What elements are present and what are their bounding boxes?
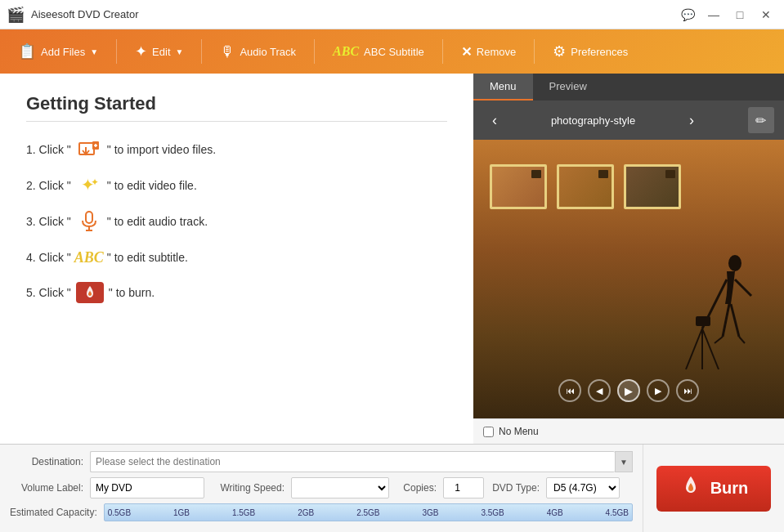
- copies-label: Copies:: [396, 482, 437, 494]
- content-row: Getting Started 1. Click ": [0, 74, 784, 444]
- cap-3.5gb: 3.5GB: [481, 508, 504, 517]
- app-wrapper: 🎬 Aiseesoft DVD Creator 💬 — □ ✕ 📋 Add Fi…: [0, 0, 784, 532]
- remove-icon: ✕: [461, 44, 472, 60]
- writing-speed-select[interactable]: [291, 477, 389, 498]
- edit-button[interactable]: ✦ Edit ▼: [127, 38, 191, 65]
- rewind-button[interactable]: ◀: [588, 379, 611, 402]
- volume-label: Volume Label:: [10, 482, 83, 494]
- step-4-num: 4. Click ": [26, 249, 71, 266]
- audio-icon: 🎙: [220, 43, 235, 60]
- step-2-num: 2. Click ": [26, 177, 71, 194]
- step-1-num: 1. Click ": [26, 141, 71, 159]
- svg-text:✦: ✦: [91, 177, 99, 188]
- volume-row: Volume Label: Writing Speed: Copies: DVD…: [10, 477, 633, 498]
- style-label: photography-style: [551, 114, 635, 127]
- audio-track-button[interactable]: 🎙 Audio Track: [212, 38, 304, 65]
- import-icon: [76, 138, 102, 161]
- title-bar-controls: 💬 — □ ✕: [676, 5, 777, 25]
- toolbar-divider-1: [116, 39, 117, 64]
- remove-button[interactable]: ✕ Remove: [453, 39, 524, 65]
- subtitle-button[interactable]: ABC ABC Subtitle: [325, 39, 432, 64]
- step-3-num: 3. Click ": [26, 213, 71, 230]
- step-2: 2. Click " ✦ ✦ " to edit video file.: [26, 174, 447, 197]
- fast-forward-button[interactable]: ▶: [647, 379, 670, 402]
- skip-back-button[interactable]: ⏮: [558, 379, 581, 402]
- cap-4.5gb: 4.5GB: [606, 508, 629, 517]
- toolbar: 📋 Add Files ▼ ✦ Edit ▼ 🎙 Audio Track ABC…: [0, 29, 784, 74]
- skip-forward-button[interactable]: ⏭: [676, 379, 699, 402]
- dvd-type-label: DVD Type:: [491, 482, 540, 494]
- burn-label: Burn: [710, 479, 749, 498]
- tab-preview[interactable]: Preview: [533, 74, 603, 101]
- destination-wrapper: ▼: [90, 451, 633, 472]
- add-files-label: Add Files: [41, 46, 85, 58]
- remove-label: Remove: [477, 46, 516, 58]
- play-button[interactable]: ▶: [617, 379, 640, 402]
- right-panel: Menu Preview ‹ photography-style › ✏: [473, 74, 784, 444]
- burn-button[interactable]: Burn: [656, 466, 771, 512]
- close-button[interactable]: ✕: [755, 5, 777, 25]
- step-5-text: " to burn.: [109, 284, 155, 302]
- burn-section: Burn: [643, 445, 784, 532]
- panel-tabs: Menu Preview: [473, 74, 784, 101]
- cap-2gb: 2GB: [298, 508, 314, 517]
- step-3: 3. Click " " to edit audio track.: [26, 210, 447, 233]
- thumb-1: [490, 164, 547, 209]
- app-title: Aiseesoft DVD Creator: [31, 8, 676, 20]
- svg-line-12: [686, 329, 702, 369]
- left-area: Getting Started 1. Click ": [0, 74, 473, 444]
- cap-3gb: 3GB: [422, 508, 438, 517]
- step-1-text: " to import video files.: [107, 141, 216, 159]
- step-4: 4. Click " ABC " to edit subtitle.: [26, 246, 447, 269]
- tab-menu[interactable]: Menu: [473, 74, 533, 101]
- volume-input[interactable]: [90, 477, 204, 498]
- destination-input[interactable]: [90, 451, 615, 472]
- destination-row: Destination: ▼: [10, 451, 633, 472]
- step-3-text: " to edit audio track.: [107, 213, 208, 230]
- destination-dropdown-arrow-icon[interactable]: ▼: [615, 451, 633, 472]
- add-files-icon: 📋: [18, 42, 36, 60]
- edit-icon: ✦: [135, 42, 147, 60]
- edit-stars-icon: ✦ ✦: [76, 174, 102, 197]
- maximize-button[interactable]: □: [728, 5, 751, 25]
- burn-inline-icon: [76, 282, 104, 303]
- cap-4gb: 4GB: [547, 508, 563, 517]
- toolbar-divider-2: [201, 39, 202, 64]
- photographer-silhouette: [678, 214, 776, 378]
- minimize-button[interactable]: —: [702, 5, 725, 25]
- add-files-button[interactable]: 📋 Add Files ▼: [10, 38, 106, 65]
- add-files-arrow-icon: ▼: [90, 47, 98, 56]
- bottom-section: Destination: ▼ Volume Label: Writing Spe…: [0, 444, 784, 532]
- svg-point-10: [728, 255, 741, 271]
- preferences-button[interactable]: ⚙ Preferences: [544, 38, 636, 65]
- preview-area: ⏮ ◀ ▶ ▶ ⏭: [473, 140, 784, 418]
- writing-speed-label: Writing Speed:: [211, 482, 284, 494]
- preview-thumbnails: [490, 164, 681, 209]
- destination-label: Destination:: [10, 456, 83, 467]
- prev-style-button[interactable]: ‹: [483, 109, 506, 132]
- getting-started-title: Getting Started: [26, 93, 447, 122]
- subtitle-abc-icon: ABC: [76, 246, 102, 269]
- copies-input[interactable]: [443, 477, 484, 498]
- preview-background: ⏮ ◀ ▶ ▶ ⏭: [473, 140, 784, 418]
- getting-started-panel: Getting Started 1. Click ": [0, 74, 473, 444]
- svg-rect-7: [86, 212, 92, 223]
- step-1: 1. Click " " to import video f: [26, 138, 447, 161]
- svg-line-20: [739, 337, 745, 343]
- thumb-3: [624, 164, 681, 209]
- edit-style-button[interactable]: ✏: [748, 107, 774, 133]
- steps-list: 1. Click " " to import video f: [26, 138, 447, 303]
- cap-1.5gb: 1.5GB: [232, 508, 255, 517]
- preferences-label: Preferences: [571, 46, 628, 58]
- preferences-icon: ⚙: [553, 42, 566, 60]
- no-menu-checkbox[interactable]: [483, 427, 494, 437]
- step-2-text: " to edit video file.: [107, 177, 197, 194]
- no-menu-row: No Menu: [473, 418, 784, 444]
- toolbar-divider-4: [442, 39, 443, 64]
- feedback-icon[interactable]: 💬: [676, 5, 699, 25]
- capacity-row: Estimated Capacity: 0.5GB 1GB 1.5GB 2GB …: [10, 503, 633, 521]
- no-menu-label: No Menu: [499, 426, 539, 437]
- next-style-button[interactable]: ›: [680, 109, 703, 132]
- dvd-type-select[interactable]: D5 (4.7G): [546, 477, 620, 498]
- svg-rect-15: [696, 316, 710, 326]
